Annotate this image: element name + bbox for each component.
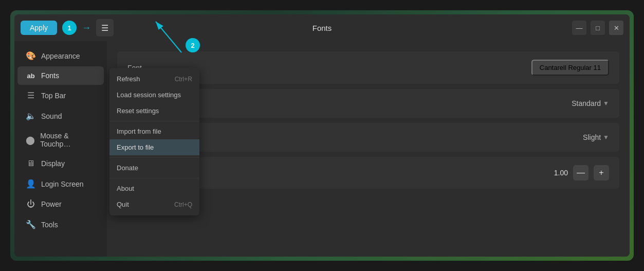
scaling-controls: 1.00 — + [550,165,609,180]
menu-item-export[interactable]: Export to file [109,139,199,155]
menu-quit-shortcut: Ctrl+Q [174,201,192,208]
menu-separator-1 [109,121,199,121]
sidebar-label-tools: Tools [41,221,58,229]
menu-load-session-label: Load session settings [117,91,181,99]
sidebar-label-fonts: Fonts [41,71,59,80]
sidebar-item-topbar[interactable]: ☰ Top Bar [17,85,104,105]
menu-item-quit[interactable]: Quit Ctrl+Q [109,196,199,212]
menu-refresh-label: Refresh [117,75,140,83]
scaling-decrease-button[interactable]: — [573,165,588,180]
sidebar-item-display[interactable]: 🖥 Display [17,154,104,173]
annotation-arrow: → [82,23,91,33]
minimize-button[interactable]: — [572,21,586,35]
apply-button[interactable]: Apply [21,21,57,35]
titlebar-controls: — □ ✕ [572,21,623,35]
menu-item-import[interactable]: Import from file [109,123,199,139]
tools-icon: 🔧 [26,220,36,229]
scaling-value: 1.00 [550,169,568,177]
topbar-icon: ☰ [26,91,36,100]
sidebar-item-login[interactable]: 👤 Login Screen [17,174,104,194]
dropdown-menu-list: Refresh Ctrl+R Load session settings Res… [109,68,199,215]
sidebar-label-display: Display [41,159,65,168]
window-wrapper: Apply 1 → ☰ Fonts — □ ✕ [10,10,634,261]
appearance-icon: 🎨 [26,51,36,61]
login-icon: 👤 [26,179,36,189]
font-picker-button[interactable]: Cantarell Regular 11 [531,60,609,76]
menu-item-load-session[interactable]: Load session settings [109,87,199,103]
menu-import-label: Import from file [117,128,161,135]
font-value-container: Cantarell Regular 11 [531,60,609,76]
titlebar-left: Apply 1 → ☰ [21,19,114,37]
sidebar-item-mouse[interactable]: ⬤ Mouse & Touchp… [17,127,104,153]
sidebar-label-mouse: Mouse & Touchp… [40,132,96,148]
antialiasing-dropdown-arrow[interactable]: ▼ [603,100,609,107]
sidebar-item-appearance[interactable]: 🎨 Appearance [17,46,104,66]
fonts-icon: ab [26,72,36,80]
titlebar: Apply 1 → ☰ Fonts — □ ✕ [14,14,630,41]
sidebar-item-tools[interactable]: 🔧 Tools [17,214,104,234]
sidebar-item-power[interactable]: ⏻ Power [17,194,104,214]
step1-badge: 1 [62,21,77,35]
sidebar-label-power: Power [41,200,62,208]
menu-item-donate[interactable]: Donate [109,160,199,176]
menu-about-label: About [117,185,134,192]
menu-item-about[interactable]: About [109,180,199,196]
hinting-dropdown-arrow[interactable]: ▼ [603,134,609,141]
content-wrapper: 🎨 Appearance ab Fonts ☰ Top Bar 🔈 Sound [14,41,630,257]
antialiasing-value: Standard [572,99,601,107]
sidebar: 🎨 Appearance ab Fonts ☰ Top Bar 🔈 Sound [14,41,107,257]
menu-item-refresh[interactable]: Refresh Ctrl+R [109,71,199,87]
antialiasing-value-container: Standard ▼ [572,99,609,107]
close-button[interactable]: ✕ [609,21,623,35]
menu-donate-label: Donate [117,164,138,172]
scaling-increase-button[interactable]: + [594,165,609,180]
power-icon: ⏻ [26,200,36,209]
menu-separator-2 [109,157,199,158]
menu-reset-label: Reset settings [117,107,159,115]
hinting-value: Slight [583,133,601,141]
menu-separator-3 [109,178,199,178]
hinting-value-container: Slight ▼ [583,133,609,141]
window-title: Fonts [312,24,332,32]
menu-item-reset-settings[interactable]: Reset settings [109,103,199,119]
maximize-button[interactable]: □ [591,21,605,35]
menu-refresh-shortcut: Ctrl+R [175,76,192,83]
step2-badge: 2 [186,38,200,52]
hamburger-icon: ☰ [101,23,108,33]
sidebar-label-appearance: Appearance [41,52,80,60]
sidebar-label-topbar: Top Bar [41,92,66,100]
mouse-icon: ⬤ [26,135,35,145]
sidebar-item-sound[interactable]: 🔈 Sound [17,106,104,126]
sidebar-label-login: Login Screen [41,180,84,188]
app-window: Apply 1 → ☰ Fonts — □ ✕ [14,14,630,257]
sound-icon: 🔈 [26,111,36,121]
menu-quit-label: Quit [117,201,129,208]
menu-export-label: Export to file [117,143,154,151]
hamburger-menu-button[interactable]: ☰ [96,19,114,37]
sidebar-item-fonts[interactable]: ab Fonts [17,66,104,85]
sidebar-label-sound: Sound [41,112,62,120]
display-icon: 🖥 [26,159,36,168]
